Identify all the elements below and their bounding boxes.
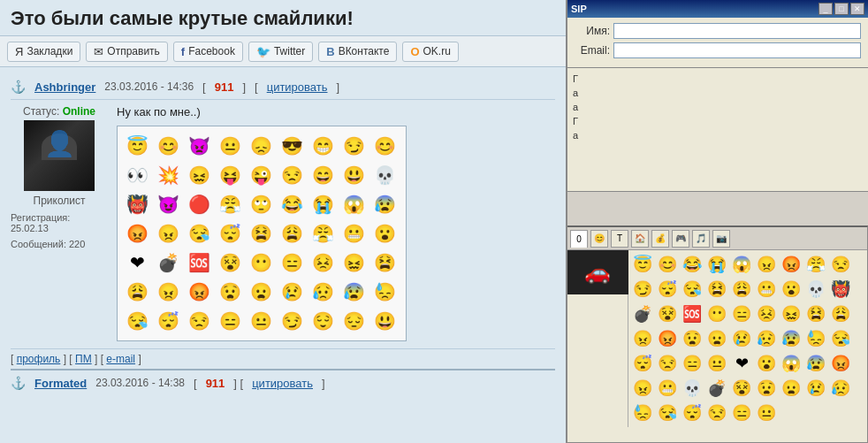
smiley-item[interactable]: 😜 [247,161,275,189]
emoji-item[interactable]: 😡 [779,252,803,277]
smiley-item[interactable]: 😣 [308,248,337,277]
emoji-item[interactable]: 😮 [754,351,779,376]
smiley-item[interactable]: 😭 [308,190,337,218]
post-2-number[interactable]: 911 [206,377,225,390]
smiley-item[interactable]: 😶 [247,248,275,277]
smiley-item[interactable]: 😁 [308,132,337,160]
emoji-item[interactable]: 😑 [729,302,754,326]
smiley-item[interactable]: 😒 [185,307,213,335]
emoji-item[interactable]: 💀 [680,376,704,401]
emoji-item[interactable]: 😇 [630,252,655,277]
emoji-item[interactable]: 😒 [704,401,729,425]
emoji-tab-music[interactable]: 🎵 [692,230,710,248]
emoji-item[interactable]: 😪 [828,326,853,351]
smiley-item[interactable]: 😒 [278,161,306,189]
smiley-item[interactable]: 😧 [216,278,244,306]
emoji-item[interactable]: 😰 [803,351,828,376]
close-button[interactable]: ✕ [850,3,864,15]
smiley-item[interactable]: 😴 [154,307,182,335]
smiley-item[interactable]: 😪 [123,307,151,335]
smiley-item[interactable]: 😤 [216,190,244,218]
maximize-button[interactable]: □ [834,3,849,15]
minimize-button[interactable]: _ [819,3,833,15]
vkontakte-button[interactable]: В ВКонтакте [318,42,397,62]
smiley-item[interactable]: 😵 [216,248,244,277]
emoji-item[interactable]: 😏 [630,277,655,302]
smiley-item[interactable]: 👀 [123,161,151,189]
emoji-item[interactable]: 😶 [704,302,729,326]
smiley-item[interactable]: 😊 [154,132,182,160]
post-1-profile-link[interactable]: профиль [17,353,61,365]
emoji-item[interactable]: 😱 [779,351,803,376]
smiley-item[interactable]: 😏 [339,132,368,160]
emoji-item[interactable]: 😪 [680,277,704,302]
post-2-author[interactable]: Formated [34,377,87,390]
email-input[interactable] [613,42,861,58]
emoji-item[interactable]: 😭 [704,252,729,277]
smiley-item[interactable]: 😖 [339,248,368,277]
smiley-item[interactable]: 😃 [370,307,399,335]
post-1-email-link[interactable]: e-mail [106,353,135,365]
emoji-item[interactable]: 💀 [803,277,828,302]
emoji-item[interactable]: 💣 [630,302,655,326]
emoji-item[interactable]: 😒 [828,252,853,277]
emoji-item[interactable]: 😴 [655,277,680,302]
smiley-item[interactable]: 😩 [278,219,306,248]
smiley-item[interactable]: 😴 [216,219,244,248]
post-1-quote[interactable]: цитировать [267,80,328,94]
smiley-item[interactable]: 💀 [370,161,399,189]
smiley-item[interactable]: 🆘 [185,248,213,277]
smiley-item[interactable]: 😊 [370,132,399,160]
bookmarks-button[interactable]: Я Закладки [7,42,80,62]
emoji-item[interactable]: 😤 [803,252,828,277]
smiley-item[interactable]: 😑 [216,307,244,335]
emoji-item[interactable]: 😥 [754,326,779,351]
smiley-item[interactable]: 😔 [339,307,368,335]
smiley-item[interactable]: 😬 [339,219,368,248]
smiley-item[interactable]: 😃 [339,161,368,189]
emoji-item[interactable]: 😡 [828,351,853,376]
emoji-tab-camera[interactable]: 📷 [712,230,730,248]
smiley-item[interactable]: 😢 [278,278,306,306]
smiley-item[interactable]: 😑 [278,248,306,277]
emoji-item[interactable]: 🆘 [680,302,704,326]
smiley-item[interactable]: 😇 [123,132,151,160]
smiley-item[interactable]: ❤ [123,248,151,277]
smiley-item[interactable]: 👹 [123,190,151,218]
emoji-item[interactable]: 😬 [754,277,779,302]
emoji-item[interactable]: 😣 [754,302,779,326]
emoji-item[interactable]: 😡 [655,326,680,351]
emoji-item[interactable]: 😑 [680,351,704,376]
smiley-item[interactable]: 😐 [216,132,244,160]
post-2-quote[interactable]: цитировать [252,377,313,390]
emoji-item[interactable]: 😵 [655,302,680,326]
emoji-item[interactable]: 😢 [729,326,754,351]
emoji-item[interactable]: 😫 [704,277,729,302]
emoji-item[interactable]: 😦 [779,376,803,401]
smiley-item[interactable]: 😰 [339,278,368,306]
emoji-item[interactable]: 👹 [828,277,853,302]
smiley-item[interactable]: 😡 [123,219,151,248]
emoji-item[interactable]: 😊 [655,252,680,277]
smiley-item[interactable]: 😪 [185,219,213,248]
emoji-item[interactable]: 😐 [704,351,729,376]
smiley-item[interactable]: 😈 [154,190,182,218]
name-input[interactable] [613,23,861,39]
smiley-item[interactable]: 😦 [247,278,275,306]
smiley-item[interactable]: 😥 [308,278,337,306]
emoji-item[interactable]: 😐 [754,401,779,425]
smiley-item[interactable]: 😮 [370,219,399,248]
smiley-item[interactable]: 😠 [154,219,182,248]
smiley-item[interactable]: 😎 [278,132,306,160]
smiley-item[interactable]: 💣 [154,248,182,277]
emoji-item[interactable]: 😖 [779,302,803,326]
smiley-item[interactable]: 😤 [308,219,337,248]
emoji-item[interactable]: 😦 [704,326,729,351]
emoji-item[interactable]: 😥 [828,376,853,401]
post-1-author[interactable]: Ashbringer [34,80,95,94]
smiley-item[interactable]: 😄 [308,161,337,189]
twitter-button[interactable]: 🐦 Twitter [248,42,313,62]
emoji-item[interactable]: 😴 [630,351,655,376]
emoji-item[interactable]: ❤ [729,351,754,376]
smiley-item[interactable]: 😡 [185,278,213,306]
